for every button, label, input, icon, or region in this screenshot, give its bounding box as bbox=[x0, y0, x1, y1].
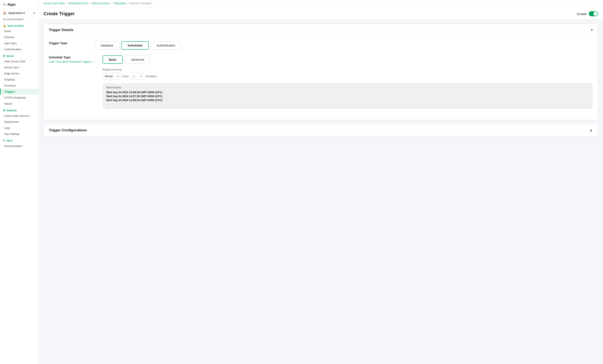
next-events-box: Next Events: Wed Sep 04 2024 14:56:00 GM… bbox=[103, 83, 593, 109]
trigger-configurations-chevron-up-icon: ▲ bbox=[589, 128, 593, 132]
enable-row: Enable ✓ bbox=[577, 11, 598, 16]
enable-label: Enable bbox=[577, 12, 587, 16]
build-label: BUILD bbox=[7, 55, 14, 57]
schedule-type-link[interactable]: Learn more about Scheduled Triggers. ↗ bbox=[49, 60, 94, 63]
trigger-configurations-card: Trigger Configurations ▲ bbox=[44, 124, 598, 136]
trigger-configurations-header[interactable]: Trigger Configurations ▲ bbox=[44, 124, 598, 136]
enable-toggle[interactable]: ✓ bbox=[589, 11, 598, 16]
schedule-type-link-text: Learn more about Scheduled Triggers. bbox=[49, 60, 92, 63]
repeat-label: Repeat once by: bbox=[103, 68, 593, 71]
environment-label: NO ENVIRONMENT bbox=[0, 17, 38, 22]
sidebar: ⊞ Apps 🏠 Application-0 ⊕ NO ENVIRONMENT … bbox=[0, 0, 39, 364]
build-icon: ⚙ bbox=[3, 54, 5, 57]
breadcrumb-triggers[interactable]: TRIGGERS bbox=[113, 2, 126, 5]
sidebar-item-functions[interactable]: Functions bbox=[0, 82, 38, 89]
topbar: ATLAS-TEST-ORG > TRIGGERS-TEST > APPLICA… bbox=[39, 0, 603, 7]
sidebar-item-linked-data-sources[interactable]: Linked Data Sources bbox=[0, 113, 38, 119]
next-events-title: Next Events: bbox=[106, 86, 589, 89]
breadcrumb-sep-3: > bbox=[111, 2, 112, 5]
toggle-knob: ✓ bbox=[593, 12, 598, 16]
sidebar-item-graphql[interactable]: GraphQL bbox=[0, 77, 38, 82]
sidebar-item-deployment[interactable]: Deployment bbox=[0, 119, 38, 125]
breadcrumb-atlas-test-org[interactable]: ATLAS-TEST-ORG bbox=[44, 2, 65, 5]
trigger-details-card: Trigger Details ▾ Trigger Type Database … bbox=[44, 24, 598, 120]
next-event-1: Wed Sep 04 2024 14:56:00 GMT+0000 (UTC) bbox=[106, 91, 589, 94]
every-label: every bbox=[122, 75, 129, 78]
trigger-type-label: Trigger Type bbox=[49, 41, 86, 45]
breadcrumb-sep-4: > bbox=[127, 2, 129, 5]
manage-icon: ⚙ bbox=[3, 109, 5, 112]
sidebar-item-atlas-device-sdk[interactable]: Atlas Device SDK bbox=[0, 58, 38, 64]
schedule-type-button-group: Basic Advanced bbox=[103, 56, 593, 64]
breadcrumb-sep-2: > bbox=[89, 2, 91, 5]
schedule-type-advanced-button[interactable]: Advanced bbox=[125, 56, 150, 64]
help-label: HELP bbox=[6, 139, 12, 142]
sidebar-item-app-settings[interactable]: App Settings bbox=[0, 131, 38, 137]
section-manage: ⚙ MANAGE bbox=[0, 107, 38, 113]
schedule-type-row: Schedule Type Learn more about Scheduled… bbox=[49, 56, 593, 109]
trigger-details-header[interactable]: Trigger Details ▾ bbox=[44, 24, 598, 36]
breadcrumb-application-0[interactable]: APPLICATION-0 bbox=[92, 2, 110, 5]
sidebar-item-rules[interactable]: Rules bbox=[0, 28, 38, 34]
app-row[interactable]: 🏠 Application-0 ⊕ bbox=[0, 9, 38, 17]
trigger-type-database-button[interactable]: Database bbox=[95, 41, 119, 50]
minute-select[interactable]: Minute Hour Day Week bbox=[103, 73, 120, 80]
sidebar-item-schema[interactable]: Schema bbox=[0, 34, 38, 40]
page-header: Create Trigger Enable ✓ bbox=[39, 7, 603, 20]
app-settings-icon[interactable]: ⊕ bbox=[33, 11, 35, 15]
apps-nav[interactable]: ⊞ Apps bbox=[0, 0, 38, 9]
external-link-icon: ↗ bbox=[92, 60, 94, 63]
schedule-type-label: Schedule Type bbox=[49, 56, 94, 59]
trigger-type-control-col: Database Scheduled Authentication bbox=[95, 41, 593, 50]
trigger-configurations-title: Trigger Configurations bbox=[49, 128, 87, 132]
minute-unit-label: minute(s) bbox=[145, 75, 157, 78]
next-events-ellipsis: ... bbox=[106, 102, 589, 106]
apps-grid-icon: ⊞ bbox=[3, 2, 6, 6]
breadcrumb-current: CREATE TRIGGER bbox=[129, 2, 151, 5]
page-title: Create Trigger bbox=[44, 11, 75, 16]
schedule-type-control-col: Basic Advanced Repeat once by: Minute Ho… bbox=[103, 56, 593, 109]
section-data-access: 🔒 DATA ACCESS bbox=[0, 22, 38, 28]
manage-label: MANAGE bbox=[7, 109, 17, 112]
sidebar-item-app-users[interactable]: App Users bbox=[0, 40, 38, 46]
trigger-details-title: Trigger Details bbox=[49, 28, 73, 32]
minute-select-wrapper: Minute Hour Day Week bbox=[103, 73, 120, 80]
repeat-controls-row: Minute Hour Day Week every 1 bbox=[103, 73, 593, 80]
main-content: ATLAS-TEST-ORG > TRIGGERS-TEST > APPLICA… bbox=[39, 0, 603, 364]
next-event-3: Wed Sep 04 2024 14:58:00 GMT+0000 (UTC) bbox=[106, 99, 589, 102]
sidebar-item-triggers[interactable]: Triggers bbox=[0, 89, 38, 95]
schedule-type-label-col: Schedule Type Learn more about Scheduled… bbox=[49, 56, 94, 63]
data-access-label: DATA ACCESS bbox=[8, 25, 23, 27]
sidebar-item-edge-server[interactable]: Edge Server bbox=[0, 70, 38, 77]
apps-label: Apps bbox=[7, 3, 16, 6]
schedule-type-basic-button[interactable]: Basic bbox=[103, 56, 123, 64]
sidebar-item-values[interactable]: Values bbox=[0, 101, 38, 107]
sidebar-item-https-endpoints[interactable]: HTTPS Endpoints bbox=[0, 95, 38, 101]
data-access-icon: 🔒 bbox=[3, 24, 6, 27]
every-value-select[interactable]: 1 2 5 10 15 30 bbox=[131, 73, 143, 80]
section-help: ↻ HELP bbox=[0, 137, 38, 143]
trigger-type-row: Trigger Type Database Scheduled Authenti… bbox=[49, 41, 593, 50]
breadcrumb-triggers-test[interactable]: TRIGGERS-TEST bbox=[68, 2, 88, 5]
section-build: ⚙ BUILD bbox=[0, 52, 38, 58]
trigger-type-authentication-button[interactable]: Authentication bbox=[151, 41, 181, 50]
sidebar-item-documentation[interactable]: Documentation bbox=[0, 143, 38, 149]
sidebar-item-logs[interactable]: Logs bbox=[0, 125, 38, 131]
content-area: Trigger Details ▾ Trigger Type Database … bbox=[39, 20, 603, 145]
trigger-type-scheduled-button[interactable]: Scheduled bbox=[121, 41, 149, 50]
breadcrumb-sep-1: > bbox=[66, 2, 67, 5]
app-name: Application-0 bbox=[8, 11, 25, 15]
trigger-details-chevron-down-icon: ▾ bbox=[591, 28, 593, 32]
repeat-section: Repeat once by: Minute Hour Day Week bbox=[103, 68, 593, 109]
sidebar-item-device-sync[interactable]: Device Sync bbox=[0, 64, 38, 70]
home-icon: 🏠 bbox=[3, 11, 6, 15]
trigger-details-body: Trigger Type Database Scheduled Authenti… bbox=[44, 36, 598, 120]
every-value-select-wrapper: 1 2 5 10 15 30 bbox=[131, 73, 143, 80]
trigger-type-button-group: Database Scheduled Authentication bbox=[95, 41, 593, 50]
breadcrumb: ATLAS-TEST-ORG > TRIGGERS-TEST > APPLICA… bbox=[44, 2, 151, 5]
next-event-2: Wed Sep 04 2024 14:57:00 GMT+0000 (UTC) bbox=[106, 95, 589, 98]
help-icon: ↻ bbox=[3, 139, 5, 142]
trigger-type-label-col: Trigger Type bbox=[49, 41, 86, 45]
sidebar-item-authentication[interactable]: Authentication bbox=[0, 46, 38, 52]
